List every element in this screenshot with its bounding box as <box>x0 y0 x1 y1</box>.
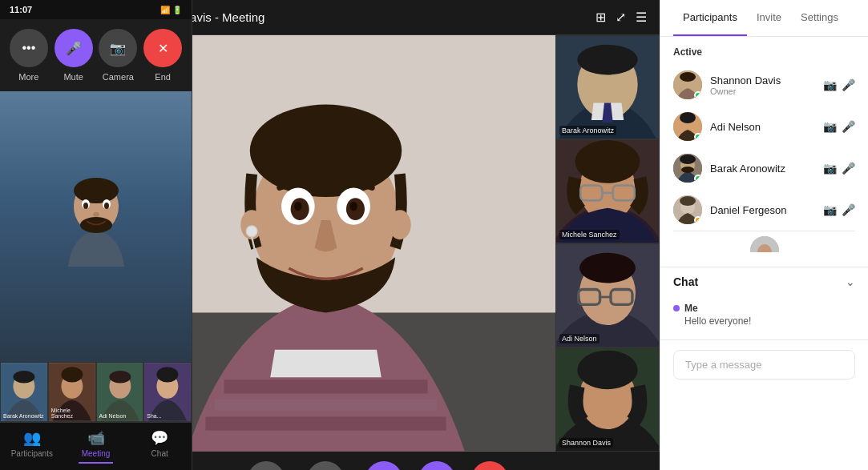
end-icon: ✕ <box>471 461 508 470</box>
svg-point-58 <box>680 155 696 164</box>
mobile-overlay: 11:07 📶 🔋 ••• More 🎤 Mute 📷 Camera <box>0 0 192 470</box>
barak-media-icons: 📷 🎤 <box>823 162 855 175</box>
more-participants <box>673 231 855 257</box>
mobile-nav-participants[interactable]: 👥 Participants <box>0 423 64 470</box>
mobile-more-label: More <box>18 72 38 82</box>
chat-chevron-icon: ⌄ <box>846 275 855 288</box>
avatar-adi <box>673 112 702 141</box>
participants-icon: 👥 <box>23 429 41 447</box>
record-btn[interactable]: ⏺ Record <box>248 461 285 470</box>
side-thumb-shannon-label: Shannon Davis <box>559 438 613 448</box>
participant-shannon: Shannon Davis Owner 📷 🎤 <box>673 64 855 106</box>
side-thumb-michele[interactable]: Michele Sanchez <box>555 139 660 243</box>
daniel-video-icon: 📷 <box>823 203 837 216</box>
grid-icon[interactable]: ⊞ <box>595 10 606 25</box>
tab-settings[interactable]: Settings <box>791 0 848 36</box>
svg-point-44 <box>579 253 636 283</box>
header-icons: ⊞ ⤢ ☰ <box>595 10 647 25</box>
camera-btn[interactable]: 📷 Camera <box>418 461 455 470</box>
chat-sender-1: Me <box>673 303 855 314</box>
svg-point-55 <box>680 112 696 123</box>
svg-point-36 <box>577 45 637 75</box>
mobile-thumb-4-label: Sha... <box>146 412 189 420</box>
side-thumb-michele-label: Michele Sanchez <box>559 230 620 239</box>
daniel-name: Daniel Fergeson <box>710 204 815 216</box>
participant-adi-info: Adi Nelson <box>710 121 815 133</box>
side-thumb-adi-label: Adi Nelson <box>559 334 600 343</box>
barak-mic-icon: 🎤 <box>842 162 855 175</box>
mobile-thumb-3-label: Adi Nelson <box>99 412 142 420</box>
svg-point-10 <box>13 371 34 383</box>
right-panel: Participants Invite Settings Active <box>660 0 868 470</box>
chat-section: Chat ⌄ Me Hello everyone! <box>660 267 868 389</box>
svg-point-62 <box>680 196 696 206</box>
fullscreen-icon[interactable]: ⤢ <box>616 10 626 25</box>
mobile-mute-label: Mute <box>63 72 83 82</box>
mobile-thumb-3[interactable]: Adi Nelson <box>96 362 144 422</box>
chat-message-text: Hello everyone! <box>673 315 855 327</box>
side-thumb-barak[interactable]: Barak Aronowitz <box>555 35 660 139</box>
mobile-thumb-2[interactable]: Michele Sanchez <box>48 362 96 422</box>
daniel-indicator <box>694 216 702 224</box>
panel-content: Active Shannon Davis Owner <box>660 37 868 470</box>
svg-point-1 <box>74 178 119 203</box>
meeting-active-indicator <box>79 462 113 464</box>
mobile-camera-btn[interactable]: 📷 Camera <box>99 29 137 82</box>
more-menu-icon[interactable]: ☰ <box>636 10 647 25</box>
mobile-end-icon: ✕ <box>143 29 182 67</box>
shannon-role: Owner <box>710 86 815 96</box>
mobile-nav-meeting[interactable]: 📹 Meeting <box>64 423 128 470</box>
barak-video-icon: 📷 <box>823 162 837 175</box>
mobile-thumb-4[interactable]: Sha... <box>143 362 192 422</box>
avatar-barak <box>673 154 702 183</box>
svg-point-24 <box>250 105 402 197</box>
svg-point-32 <box>350 202 357 211</box>
chat-sender-name: Me <box>684 303 698 314</box>
svg-point-59 <box>681 167 694 173</box>
chat-header[interactable]: Chat ⌄ <box>660 267 868 296</box>
svg-point-5 <box>83 203 88 209</box>
mobile-nav-chat[interactable]: 💬 Chat <box>127 423 192 470</box>
tab-participants[interactable]: Participants <box>673 0 747 36</box>
mobile-end-btn[interactable]: ✕ End <box>143 29 182 82</box>
record-icon: ⏺ <box>248 461 285 470</box>
end-btn[interactable]: ✕ End <box>471 461 508 470</box>
chat-input[interactable] <box>673 350 855 380</box>
mobile-time: 11:07 <box>10 5 32 14</box>
mobile-end-label: End <box>155 72 171 82</box>
svg-point-49 <box>577 350 637 388</box>
chat-message-1: Me Hello everyone! <box>673 303 855 327</box>
side-thumb-shannon[interactable]: Shannon Davis <box>555 347 660 452</box>
participant-barak-info: Barak Aronowitz <box>710 163 815 175</box>
adi-indicator <box>694 133 702 141</box>
mic-btn[interactable]: 🎤 Mic <box>365 461 402 470</box>
adi-media-icons: 📷 🎤 <box>823 120 855 133</box>
partial-avatar <box>750 236 779 252</box>
tab-invite[interactable]: Invite <box>747 0 791 36</box>
signal-icon: 📶 <box>160 6 170 14</box>
shannon-indicator <box>694 91 702 99</box>
mobile-mute-btn[interactable]: 🎤 Mute <box>55 29 93 82</box>
share-screen-btn[interactable]: ⬆ Share Screen <box>301 461 349 470</box>
side-thumb-adi[interactable]: Adi Nelson <box>555 243 660 347</box>
svg-point-16 <box>109 371 131 383</box>
adi-name: Adi Nelson <box>710 121 815 133</box>
shannon-video-icon: 📷 <box>823 78 837 91</box>
avatar-daniel <box>673 195 702 224</box>
shannon-media-icons: 📷 🎤 <box>823 78 855 91</box>
mobile-person-svg <box>56 171 136 283</box>
mobile-thumb-2-label: Michele Sanchez <box>50 407 94 420</box>
mobile-thumb-1[interactable]: Barak Aronowitz <box>0 362 48 422</box>
svg-point-39 <box>575 140 640 183</box>
chat-icon: 💬 <box>151 429 168 447</box>
barak-name: Barak Aronowitz <box>710 163 815 175</box>
svg-point-6 <box>104 203 109 209</box>
active-label: Active <box>673 46 855 58</box>
participants-section: Active Shannon Davis Owner <box>660 37 868 267</box>
participant-daniel: Daniel Fergeson 📷 🎤 <box>673 189 855 231</box>
participant-shannon-info: Shannon Davis Owner <box>710 74 815 96</box>
mobile-more-btn[interactable]: ••• More <box>10 29 48 82</box>
participant-daniel-info: Daniel Fergeson <box>710 204 815 216</box>
chat-messages: Me Hello everyone! <box>660 296 868 339</box>
mobile-nav-meeting-label: Meeting <box>82 449 111 458</box>
